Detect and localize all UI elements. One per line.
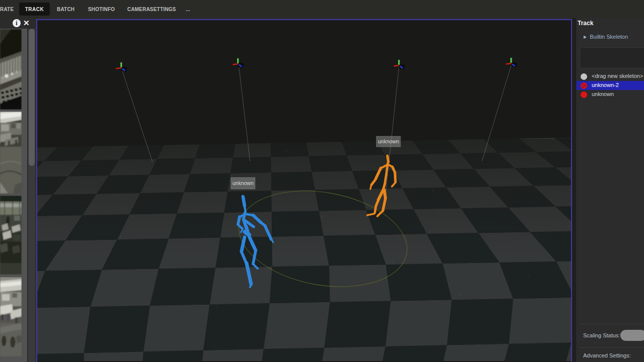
svg-text:unknown: unknown bbox=[378, 138, 399, 144]
svg-text:unknown: unknown bbox=[232, 180, 254, 186]
